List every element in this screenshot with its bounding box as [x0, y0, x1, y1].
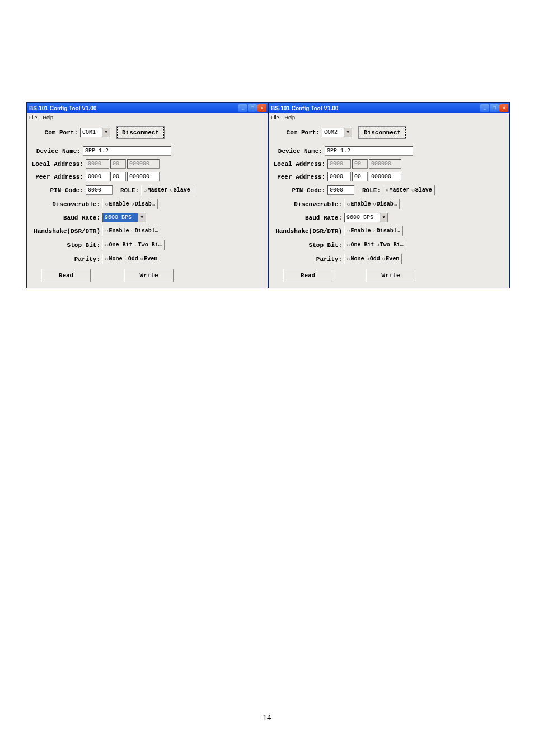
peer-addr-c[interactable]: 000000 [369, 172, 401, 181]
disconnect-button[interactable]: Disconnect [359, 127, 406, 138]
discoverable-enable: Enable [350, 201, 371, 207]
com-port-select[interactable]: COM1 ▼ [80, 128, 110, 137]
com-port-label: Com Port: [2, 129, 80, 136]
minimize-icon[interactable]: _ [480, 104, 489, 112]
window-title: BS-101 Config Tool V1.00 [271, 105, 338, 111]
menubar: File Help [269, 113, 509, 122]
parity-label: Parity: [266, 256, 344, 263]
menubar: File Help [27, 113, 268, 122]
parity-radio-group[interactable]: ☉None ○Odd ○Even [102, 254, 160, 264]
client-area: Com Port: COM1 ▼ Disconnect Device Name:… [27, 122, 268, 288]
handshake-disable: Disabl… [377, 228, 400, 234]
baud-rate-value: 9600 BPS [105, 213, 132, 222]
peer-addr-b[interactable]: 00 [352, 172, 368, 181]
minimize-icon[interactable]: _ [238, 104, 247, 112]
baud-rate-label: Baud Rate: [25, 214, 102, 221]
write-button[interactable]: Write [124, 269, 174, 282]
discoverable-radio-group[interactable]: ☉Enable ○Disab… [102, 199, 158, 209]
handshake-radio-group[interactable]: ○Enable ☉Disabl… [102, 226, 161, 236]
menu-help[interactable]: Help [43, 115, 54, 120]
pin-code-label: PIN Code: [250, 187, 327, 194]
chevron-down-icon[interactable]: ▼ [344, 128, 352, 137]
local-addr-c: 000000 [369, 159, 401, 169]
discoverable-disable: Disab… [135, 201, 155, 207]
stop-bit-radio-group[interactable]: ☉One Bit ○Two Bi… [102, 240, 165, 250]
local-addr-c: 000000 [127, 159, 160, 169]
local-addr-b: 00 [352, 159, 368, 169]
close-icon[interactable]: × [257, 104, 266, 112]
com-port-value: COM1 [82, 128, 96, 137]
peer-addr-c[interactable]: 000000 [127, 172, 160, 181]
pin-code-input[interactable]: 0000 [327, 185, 354, 195]
parity-even: Even [386, 256, 399, 262]
parity-odd: Odd [370, 256, 380, 262]
device-name-input[interactable]: SPP 1.2 [83, 146, 171, 156]
local-addr-b: 00 [110, 159, 126, 169]
peer-addr-a[interactable]: 0000 [86, 172, 109, 181]
peer-addr-b[interactable]: 00 [110, 172, 126, 181]
stopbit-two: Two Bi… [380, 242, 404, 248]
stop-bit-radio-group[interactable]: ☉One Bit ○Two Bi… [344, 240, 406, 250]
discoverable-label: Discoverable: [266, 201, 344, 208]
handshake-label: Handshake(DSR/DTR) [25, 228, 102, 235]
handshake-label: Handshake(DSR/DTR) [266, 228, 344, 235]
discoverable-radio-group[interactable]: ☉Enable ○Disab… [344, 199, 400, 209]
device-name-input[interactable]: SPP 1.2 [325, 146, 413, 156]
role-master: Master [389, 187, 409, 193]
chevron-down-icon[interactable]: ▼ [380, 213, 387, 222]
handshake-enable: Enable [350, 228, 371, 234]
menu-help[interactable]: Help [285, 115, 296, 120]
titlebar[interactable]: BS-101 Config Tool V1.00 _ □ × [27, 103, 268, 113]
maximize-icon[interactable]: □ [490, 104, 499, 112]
stop-bit-label: Stop Bit: [25, 242, 102, 249]
com-port-select[interactable]: COM2 ▼ [322, 128, 352, 137]
radio-unselected-icon: ○ [170, 188, 172, 193]
disconnect-button[interactable]: Disconnect [117, 127, 164, 138]
discoverable-disable: Disab… [377, 201, 397, 207]
window-title: BS-101 Config Tool V1.00 [29, 105, 96, 111]
role-radio-group[interactable]: ☉Master ○Slave [141, 185, 193, 195]
peer-addr-a[interactable]: 0000 [327, 172, 351, 181]
parity-odd: Odd [128, 256, 138, 262]
read-button[interactable]: Read [283, 269, 332, 282]
role-radio-group[interactable]: ○Master ☉Slave [383, 185, 435, 195]
read-button[interactable]: Read [41, 269, 91, 282]
com-port-label: Com Port: [244, 129, 322, 136]
handshake-radio-group[interactable]: ○Enable ☉Disabl… [344, 226, 403, 236]
menu-file[interactable]: File [271, 115, 279, 120]
baud-rate-select[interactable]: 9600 BPS ▼ [344, 213, 388, 222]
config-window-1: BS-101 Config Tool V1.00 _ □ × File Help… [26, 102, 268, 288]
stop-bit-label: Stop Bit: [266, 242, 344, 249]
pin-code-input[interactable]: 0000 [86, 185, 113, 195]
role-label: ROLE: [362, 187, 381, 194]
device-name-label: Device Name: [247, 148, 325, 155]
role-label: ROLE: [120, 187, 139, 194]
close-icon[interactable]: × [499, 104, 508, 112]
parity-even: Even [144, 256, 157, 262]
parity-none: None [109, 256, 122, 262]
parity-none: None [350, 256, 364, 262]
stopbit-one: One Bit [109, 242, 132, 248]
role-master: Master [147, 187, 167, 193]
stopbit-two: Two Bi… [138, 242, 162, 248]
chevron-down-icon[interactable]: ▼ [102, 128, 110, 137]
write-button[interactable]: Write [366, 269, 415, 282]
role-slave: Slave [415, 187, 432, 193]
page-number: 14 [0, 713, 534, 722]
baud-rate-label: Baud Rate: [266, 214, 344, 221]
handshake-enable: Enable [109, 228, 129, 234]
maximize-icon[interactable]: □ [248, 104, 257, 112]
com-port-value: COM2 [324, 128, 338, 137]
titlebar[interactable]: BS-101 Config Tool V1.00 _ □ × [269, 103, 509, 113]
handshake-disable: Disabl… [135, 228, 158, 234]
local-addr-a: 0000 [327, 159, 351, 169]
peer-address-label: Peer Address: [8, 174, 86, 180]
radio-selected-icon: ☉ [144, 188, 147, 193]
menu-file[interactable]: File [29, 115, 38, 120]
chevron-down-icon[interactable]: ▼ [138, 213, 146, 222]
title-buttons: _ □ × [480, 104, 508, 112]
parity-radio-group[interactable]: ☉None ○Odd ○Even [344, 254, 402, 264]
discoverable-enable: Enable [109, 201, 129, 207]
parity-label: Parity: [25, 256, 102, 263]
baud-rate-select[interactable]: 9600 BPS ▼ [102, 213, 146, 222]
